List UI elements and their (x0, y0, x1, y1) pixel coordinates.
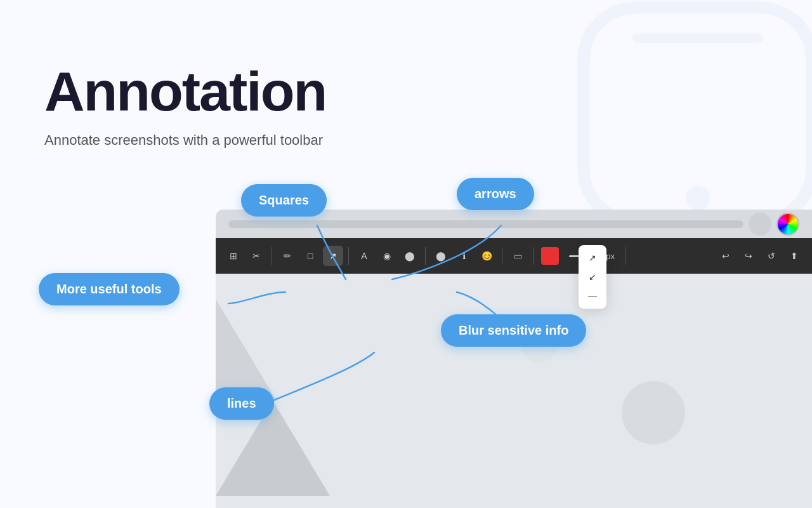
rectangle-tool-icon[interactable]: □ (300, 246, 320, 266)
redo-button[interactable]: ↪ (738, 246, 759, 266)
topbar-button (749, 213, 771, 236)
topbar-addressbar (228, 220, 743, 228)
bubble-arrows: arrows (457, 178, 534, 210)
svg-point-0 (686, 186, 710, 210)
select-tool-icon[interactable]: ⊞ (223, 246, 244, 266)
screenshot-mockup: ⊞ ✂ ✏ □ ↗ A ◉ ⬤ ⬤ ℹ 😊 ▭ 4px ↩ ↪ ↺ ⬆ ↗ ↙ … (216, 210, 812, 508)
arrow-tool-icon[interactable]: ↗ (323, 246, 343, 266)
blur-tool-icon[interactable]: ▭ (508, 246, 528, 266)
dropdown-arrow-single-icon[interactable]: ↙ (582, 268, 603, 286)
text-tool-icon[interactable]: A (354, 246, 374, 266)
bubble-lines: lines (209, 387, 274, 420)
circle-shape-1 (622, 381, 685, 444)
toolbar-separator-3 (425, 247, 426, 265)
eyedropper-tool-icon[interactable]: ◉ (377, 246, 397, 266)
undo-button[interactable]: ↩ (716, 246, 736, 266)
info-tool-icon[interactable]: ℹ (454, 246, 474, 266)
mountain-left-shape (216, 274, 277, 401)
annotation-toolbar: ⊞ ✂ ✏ □ ↗ A ◉ ⬤ ⬤ ℹ 😊 ▭ 4px ↩ ↪ ↺ ⬆ (216, 238, 812, 274)
toolbar-actions: ↩ ↪ ↺ ⬆ (716, 246, 804, 266)
color-swatch[interactable] (541, 247, 559, 265)
refresh-button[interactable]: ↺ (761, 246, 782, 266)
toolbar-separator-2 (348, 247, 349, 265)
toolbar-separator-1 (272, 247, 272, 265)
toolbar-separator-5 (533, 247, 534, 265)
emoji-tool-icon[interactable]: 😊 (476, 246, 497, 266)
crop-tool-icon[interactable]: ✂ (246, 246, 266, 266)
bubble-squares: Squares (241, 184, 327, 217)
screenshot-body (216, 274, 812, 508)
hero-content: Annotation Annotate screenshots with a p… (44, 64, 326, 149)
page-title: Annotation (44, 64, 326, 119)
toolbar-separator-4 (502, 247, 502, 265)
bubble-more-tools: More useful tools (39, 273, 180, 305)
page-subtitle: Annotate screenshots with a powerful too… (44, 132, 326, 149)
shape-tool-icon[interactable]: ⬤ (400, 246, 420, 266)
pen-tool-icon[interactable]: ✏ (277, 246, 298, 266)
overlay-tool-icon[interactable]: ⬤ (431, 246, 451, 266)
bubble-blur: Blur sensitive info (441, 314, 586, 347)
share-button[interactable]: ⬆ (784, 246, 804, 266)
dropdown-arrow-both-icon[interactable]: ↗ (582, 249, 603, 267)
color-wheel-icon (776, 213, 799, 236)
toolbar-separator-6 (625, 247, 625, 265)
dropdown-line-icon[interactable]: — (582, 287, 603, 305)
arrow-dropdown-menu[interactable]: ↗ ↙ — (579, 245, 606, 309)
